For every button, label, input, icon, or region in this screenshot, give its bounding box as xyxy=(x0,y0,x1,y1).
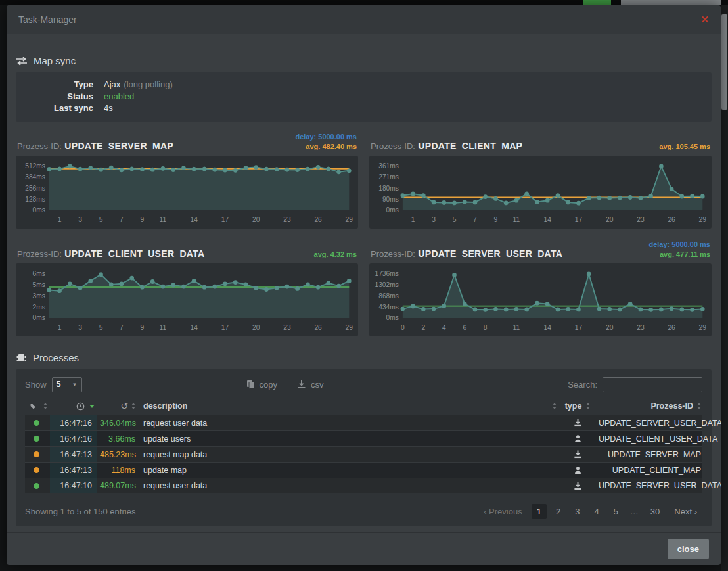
svg-text:17: 17 xyxy=(221,216,229,223)
svg-text:5: 5 xyxy=(99,324,103,331)
svg-text:8: 8 xyxy=(484,324,488,331)
csv-button[interactable]: csv xyxy=(297,380,324,390)
row-type xyxy=(559,419,596,427)
table-row[interactable]: 16:47:10489.07msrequest user dataUPDATE_… xyxy=(25,478,702,493)
status-label: Status xyxy=(16,91,93,103)
row-prozess-id: UPDATE_CLIENT_USER_DATA xyxy=(599,434,702,444)
user-icon xyxy=(574,466,582,474)
last-sync-value: 4s xyxy=(104,103,113,114)
column-description[interactable]: description xyxy=(139,401,557,411)
pagination-page-2[interactable]: 2 xyxy=(551,504,566,519)
chart-avg-stat: avg. 477.11 ms xyxy=(648,250,710,260)
svg-text:512ms: 512ms xyxy=(25,162,45,170)
map-sync-status-row: Status enabled xyxy=(16,91,712,103)
close-button[interactable]: close xyxy=(668,539,709,559)
map-sync-heading-label: Map sync xyxy=(34,55,76,66)
pagination-next[interactable]: Next › xyxy=(669,504,702,519)
column-time[interactable] xyxy=(50,402,97,411)
svg-text:9: 9 xyxy=(141,216,145,223)
svg-text:29: 29 xyxy=(346,324,353,331)
svg-text:11: 11 xyxy=(513,324,520,331)
row-description: request map data xyxy=(139,450,557,459)
row-time: 16:47:13 xyxy=(50,463,97,478)
scrollbar-thumb[interactable] xyxy=(721,14,727,110)
svg-text:3: 3 xyxy=(78,324,82,331)
modal-header: Task-Manager ✕ xyxy=(7,5,721,34)
background-topbar xyxy=(0,0,728,5)
table-header-row: ↺ description type Prozess-ID xyxy=(25,398,702,415)
pagination-page-1[interactable]: 1 xyxy=(532,504,547,519)
svg-text:3ms: 3ms xyxy=(33,292,45,300)
line-chart: 0ms128ms256ms384ms512ms13579111417202326… xyxy=(16,156,358,229)
pagination-page-3[interactable]: 3 xyxy=(570,504,585,519)
chart-title: Prozess-ID: UPDATE_CLIENT_MAP xyxy=(371,140,522,152)
pagination-page-30[interactable]: 30 xyxy=(645,504,665,519)
search-label: Search: xyxy=(568,380,597,390)
svg-text:23: 23 xyxy=(637,324,645,331)
svg-text:9: 9 xyxy=(494,216,498,223)
chart-delay-stat xyxy=(659,132,710,142)
sort-icon xyxy=(586,403,590,409)
row-duration: 118ms xyxy=(100,466,137,475)
row-duration: 3.66ms xyxy=(100,434,137,444)
svg-text:90ms: 90ms xyxy=(382,196,399,203)
last-sync-label: Last sync xyxy=(16,103,93,114)
svg-text:14: 14 xyxy=(543,216,551,223)
table-row[interactable]: 16:47:13485.23msrequest map dataUPDATE_S… xyxy=(25,446,702,462)
row-description: update users xyxy=(139,434,557,444)
column-duration[interactable]: ↺ xyxy=(100,401,137,411)
svg-text:7: 7 xyxy=(473,216,477,223)
column-prozess-id[interactable]: Prozess-ID xyxy=(599,401,702,411)
svg-text:1736ms: 1736ms xyxy=(375,270,398,277)
type-note: (long polling) xyxy=(124,79,172,91)
table-row[interactable]: 16:47:163.66msupdate usersUPDATE_CLIENT_… xyxy=(25,430,702,446)
row-type xyxy=(559,466,596,474)
table-row[interactable]: 16:47:13118msupdate mapUPDATE_CLIENT_MAP xyxy=(25,462,702,478)
line-chart: 0ms90ms180ms271ms361ms135791114172023262… xyxy=(369,156,712,229)
line-chart: 0ms434ms868ms1302ms1736ms024681114172023… xyxy=(369,263,712,336)
search-input[interactable] xyxy=(603,377,702,392)
processes-heading: Processes xyxy=(16,352,712,363)
search-wrap: Search: xyxy=(568,377,702,392)
row-prozess-id: UPDATE_SERVER_USER_DATA xyxy=(599,419,702,428)
chart-update-client-map: Prozess-ID: UPDATE_CLIENT_MAP avg. 105.4… xyxy=(369,130,712,229)
column-status[interactable] xyxy=(25,402,47,411)
page-scrollbar[interactable] xyxy=(721,5,728,571)
download-icon xyxy=(297,380,306,389)
row-time: 16:47:16 xyxy=(50,431,97,446)
svg-text:26: 26 xyxy=(314,216,322,223)
row-duration: 485.23ms xyxy=(100,450,137,459)
svg-text:5: 5 xyxy=(99,216,103,223)
column-type[interactable]: type xyxy=(559,401,596,411)
row-description: request user data xyxy=(139,481,557,490)
svg-text:6ms: 6ms xyxy=(33,270,45,277)
svg-text:5: 5 xyxy=(453,216,457,223)
row-type xyxy=(559,434,596,443)
svg-text:23: 23 xyxy=(283,216,291,223)
chart-title: Prozess-ID: UPDATE_SERVER_MAP xyxy=(17,140,173,152)
charts-grid: Prozess-ID: UPDATE_SERVER_MAP delay: 500… xyxy=(16,130,712,336)
processes-heading-label: Processes xyxy=(33,352,79,363)
table-row[interactable]: 16:47:16346.04msrequest user dataUPDATE_… xyxy=(25,415,702,430)
chevron-down-icon: ▼ xyxy=(72,382,78,388)
row-description: update map xyxy=(139,466,557,475)
row-time: 16:47:10 xyxy=(50,478,97,493)
table-body: 16:47:16346.04msrequest user dataUPDATE_… xyxy=(25,415,702,493)
page-length-select[interactable]: 5 ▼ xyxy=(52,377,82,392)
svg-text:23: 23 xyxy=(637,216,645,223)
background-green-accent xyxy=(583,0,611,5)
pagination-page-4[interactable]: 4 xyxy=(589,504,604,519)
svg-text:180ms: 180ms xyxy=(378,185,399,192)
modal-footer: close xyxy=(7,532,721,565)
modal-title: Task-Manager xyxy=(18,14,77,25)
pagination-page-5[interactable]: 5 xyxy=(608,504,624,519)
download-icon xyxy=(574,419,582,427)
pagination-previous[interactable]: ‹ Previous xyxy=(478,504,528,519)
svg-text:6: 6 xyxy=(463,324,466,331)
copy-button[interactable]: copy xyxy=(246,380,277,390)
history-icon: ↺ xyxy=(120,401,128,411)
copy-icon xyxy=(246,380,255,389)
type-label: Type xyxy=(16,79,93,91)
close-icon[interactable]: ✕ xyxy=(700,14,709,26)
svg-text:868ms: 868ms xyxy=(378,292,399,300)
